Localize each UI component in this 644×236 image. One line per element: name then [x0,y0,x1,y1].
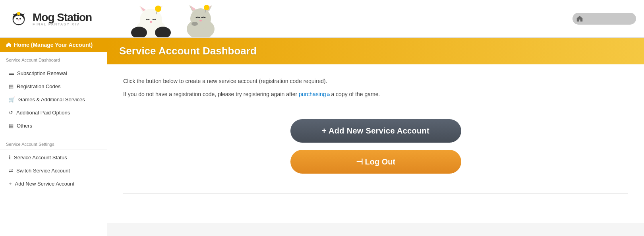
others-icon: ▤ [9,123,14,129]
svg-point-27 [191,22,198,26]
sidebar-item-add-new[interactable]: + Add New Service Account [0,177,107,190]
sidebar-item-games[interactable]: 🛒 Games & Additional Services [0,93,107,106]
header: Mog Station FINAL FANTASY XIV [0,0,644,38]
logo-subtitle: FINAL FANTASY XIV [33,22,92,26]
home-icon [576,15,583,22]
svg-point-15 [150,21,152,23]
add-service-account-button[interactable]: + Add New Service Account [290,119,461,143]
subscription-icon: ▬ [9,70,14,76]
status-icon: ℹ [9,155,11,161]
sidebar-item-status[interactable]: ℹ Service Account Status [0,151,107,164]
additional-icon: ↺ [9,110,13,116]
header-right [572,13,636,25]
sidebar-item-additional[interactable]: ↺ Additional Paid Options [0,106,107,119]
switch-icon: ⇄ [9,168,13,174]
sidebar-item-label: Switch Service Account [16,168,70,174]
buttons-area: + Add New Service Account ⊣ Log Out [123,119,628,174]
content-body: Click the button below to create a new s… [107,64,644,223]
content-divider [123,193,628,194]
games-icon: 🛒 [9,97,15,103]
info-suffix: a copy of the game. [330,91,380,97]
sidebar-item-label: Others [17,123,32,129]
logo-text-wrapper: Mog Station FINAL FANTASY XIV [33,11,92,26]
sidebar-item-label: Additional Paid Options [16,110,70,116]
external-link-icon: ⧉ [327,93,330,97]
registration-icon: ▤ [9,83,14,89]
mascot-area [99,0,258,38]
sidebar-item-label: Registration Codes [17,83,61,89]
add-icon: + [9,181,12,187]
mog-logo-icon [8,8,29,29]
sidebar-item-others[interactable]: ▤ Others [0,119,107,132]
svg-point-3 [19,18,21,19]
sidebar-item-label: Service Account Status [14,155,67,161]
sidebar: Home (Manage Your Account) Service Accou… [0,38,107,236]
svg-point-18 [155,6,161,12]
content-area: Service Account Dashboard Click the butt… [107,38,644,236]
sidebar-item-registration[interactable]: ▤ Registration Codes [0,80,107,93]
sidebar-item-subscription[interactable]: ▬ Subscription Renewal [0,67,107,80]
sidebar-section2-label: Service Account Settings [0,136,107,149]
sidebar-item-label: Add New Service Account [15,181,75,187]
header-user-bar[interactable] [572,13,636,25]
svg-point-28 [204,5,209,10]
svg-point-2 [16,18,18,19]
home-button-label: Home (Manage Your Account) [14,42,93,48]
sidebar-section1-label: Service Account Dashboard [0,52,107,65]
info-text-1: Click the button below to create a new s… [123,76,628,86]
svg-point-26 [199,20,202,21]
purchasing-link[interactable]: purchasing⧉ [299,91,330,97]
content-header: Service Account Dashboard [107,38,644,64]
sidebar-item-label: Subscription Renewal [17,70,67,76]
home-sidebar-icon [6,42,12,48]
svg-point-4 [18,19,19,21]
svg-point-5 [17,12,20,15]
info-text-2: If you do not have a registration code, … [123,89,628,99]
mascot-svg [103,2,254,38]
page-title: Service Account Dashboard [119,45,632,57]
info-prefix: If you do not have a registration code, … [123,91,299,97]
svg-point-21 [190,8,211,29]
logout-button[interactable]: ⊣ Log Out [290,150,461,174]
sidebar-item-label: Games & Additional Services [18,97,85,103]
sidebar-item-switch[interactable]: ⇄ Switch Service Account [0,164,107,177]
logo-area: Mog Station FINAL FANTASY XIV [8,8,92,29]
home-button[interactable]: Home (Manage Your Account) [0,38,107,52]
main-layout: Home (Manage Your Account) Service Accou… [0,38,644,236]
